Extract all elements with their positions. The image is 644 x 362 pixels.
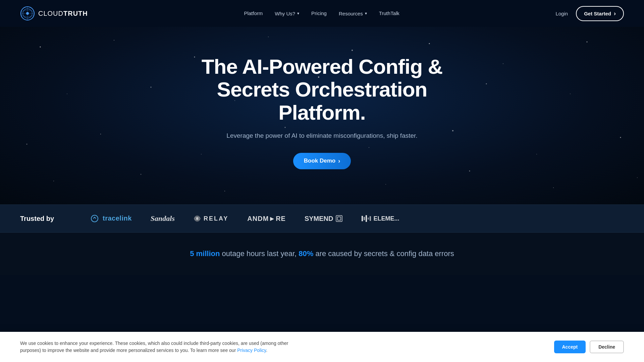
logo-tracelink: tracelink	[91, 215, 132, 223]
hero-content: The AI-Powered Config & Secrets Orchestr…	[171, 55, 473, 169]
logo-relay: RELAY	[194, 215, 228, 222]
book-demo-arrow-icon	[338, 158, 340, 165]
svg-rect-46	[368, 218, 369, 220]
trusted-by-bar: Trusted by tracelink Sandals RELAY	[0, 204, 644, 233]
stats-text-2: are caused by secrets & config data erro…	[315, 249, 454, 258]
svg-point-40	[196, 217, 198, 220]
stats-text-1: outage hours last year,	[222, 249, 299, 258]
svg-point-20	[570, 94, 571, 94]
stats-section: 5 million outage hours last year, 80% ar…	[0, 233, 644, 275]
svg-point-9	[268, 37, 269, 37]
svg-point-36	[637, 177, 638, 178]
svg-rect-41	[336, 216, 342, 222]
svg-point-29	[53, 181, 54, 181]
svg-rect-44	[364, 217, 365, 220]
logo-andmore: ANDM►RE	[247, 215, 286, 223]
hero-section: The AI-Powered Config & Secrets Orchestr…	[0, 27, 644, 204]
svg-point-7	[114, 40, 114, 41]
svg-rect-43	[362, 216, 363, 221]
svg-point-21	[26, 144, 28, 145]
trusted-logos-list: tracelink Sandals RELAY ANDM►RE SYMEND	[91, 214, 624, 223]
svg-point-27	[536, 154, 537, 155]
svg-point-31	[224, 191, 225, 191]
get-started-button[interactable]: Get Started	[576, 6, 624, 21]
logo-symend: SYMEND	[305, 215, 343, 223]
hero-title: The AI-Powered Config & Secrets Orchestr…	[171, 55, 473, 124]
nav-pricing[interactable]: Pricing	[311, 10, 327, 16]
svg-rect-45	[366, 215, 367, 222]
svg-point-28	[620, 137, 621, 138]
svg-point-19	[486, 83, 487, 84]
nav-actions: Login Get Started	[555, 6, 624, 21]
logo-element-machines: ELEME...	[362, 215, 399, 222]
relay-sphere-icon	[194, 215, 201, 222]
stats-highlight-1: 5 million	[190, 249, 220, 258]
svg-point-33	[385, 184, 386, 185]
trusted-by-label: Trusted by	[20, 215, 70, 223]
svg-point-22	[100, 134, 101, 134]
svg-point-37	[91, 215, 98, 222]
svg-point-13	[587, 42, 588, 43]
logo[interactable]: CLOUDTRUTH	[20, 6, 88, 21]
nav-truthtalk[interactable]: TruthTalk	[379, 10, 399, 16]
arrow-right-icon	[614, 10, 616, 17]
login-button[interactable]: Login	[555, 11, 568, 16]
nav-platform[interactable]: Platform	[244, 10, 263, 16]
svg-point-15	[151, 87, 152, 88]
svg-point-6	[40, 47, 41, 48]
nav-resources[interactable]: Resources	[339, 11, 367, 16]
tracelink-icon	[91, 215, 99, 223]
navbar: CLOUDTRUTH Platform Why Us? Pricing Reso…	[0, 0, 644, 27]
symend-icon	[335, 215, 343, 222]
brand-name: CLOUDTRUTH	[38, 10, 88, 17]
svg-point-10	[352, 50, 353, 51]
svg-point-35	[553, 187, 554, 188]
book-demo-button[interactable]: Book Demo	[293, 153, 351, 169]
svg-point-12	[503, 63, 503, 64]
svg-point-14	[67, 94, 67, 94]
svg-rect-42	[337, 217, 341, 220]
cloudtruth-logo-icon	[20, 6, 35, 21]
nav-links: Platform Why Us? Pricing Resources Truth…	[244, 10, 399, 16]
svg-point-30	[141, 174, 142, 175]
stats-text: 5 million outage hours last year, 80% ar…	[7, 249, 637, 258]
hero-subtitle: Leverage the power of AI to eliminate mi…	[171, 132, 473, 139]
svg-point-11	[429, 43, 430, 44]
svg-point-34	[469, 171, 470, 172]
nav-why-us[interactable]: Why Us?	[275, 11, 299, 16]
element-machines-icon	[362, 215, 372, 222]
stats-highlight-2: 80%	[299, 249, 313, 258]
logo-sandals: Sandals	[151, 214, 175, 223]
svg-rect-47	[370, 216, 371, 221]
